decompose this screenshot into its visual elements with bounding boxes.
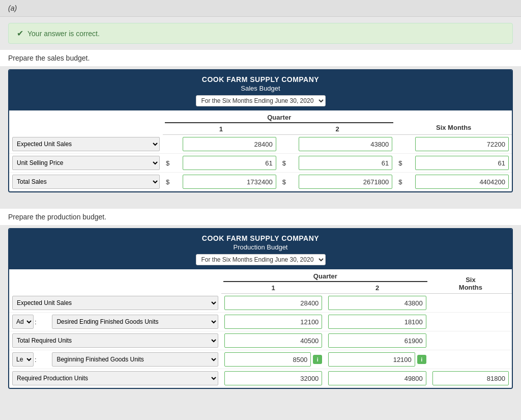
less-cell[interactable]: Less Add :: [9, 350, 49, 369]
table-row: Total Required Units: [9, 331, 512, 350]
sales-section-text: Prepare the sales budget.: [0, 50, 521, 66]
sales-header-row: Quarter Six Months: [9, 110, 512, 123]
section-a-label: (a): [0, 0, 521, 17]
section-divider: [0, 201, 521, 209]
prod-expected-q2-input[interactable]: [328, 296, 426, 310]
table-row: Total Sales $ $ $: [9, 173, 512, 191]
expected-unit-sales-q2-cell[interactable]: [296, 135, 395, 154]
expected-unit-sales-six-cell[interactable]: [412, 135, 512, 154]
total-sales-q1-input[interactable]: [183, 175, 276, 189]
add-less-select[interactable]: Add Less: [12, 315, 34, 329]
total-required-six-cell: [429, 331, 512, 350]
unit-selling-price-six-input[interactable]: [415, 156, 509, 170]
total-sales-q2-cell[interactable]: [296, 173, 395, 191]
required-production-q1-input[interactable]: [224, 371, 322, 385]
production-period-select-wrapper[interactable]: For the Six Months Ending June 30, 2020: [196, 254, 326, 265]
dollar-sign-5: $: [279, 173, 296, 191]
colon-label-2: :: [35, 356, 37, 363]
check-icon: ✔: [17, 29, 23, 38]
less-select[interactable]: Less Add: [12, 352, 34, 367]
required-production-q2-input[interactable]: [328, 371, 426, 385]
total-required-q1-cell[interactable]: [221, 331, 325, 350]
desired-ending-q1-cell[interactable]: [221, 313, 325, 331]
production-header-row: Quarter SixMonths: [9, 269, 512, 282]
add-less-cell[interactable]: Add Less :: [9, 313, 49, 331]
total-sales-q1-cell[interactable]: [180, 173, 279, 191]
required-production-label-cell[interactable]: Required Production Units: [9, 369, 221, 388]
dollar-sign-1: $: [163, 154, 180, 173]
sales-budget-header: COOK FARM SUPPLY COMPANY Sales Budget Fo…: [9, 70, 512, 110]
table-row: Expected Unit Sales: [9, 135, 512, 154]
beginning-finished-q1-input[interactable]: [224, 352, 311, 367]
desired-ending-six-cell: [429, 313, 512, 331]
prod-expected-q1-cell[interactable]: [221, 294, 325, 313]
unit-selling-price-q1-input[interactable]: [183, 156, 276, 170]
dollar-sign-3: $: [395, 154, 412, 173]
required-production-q2-cell[interactable]: [325, 369, 429, 388]
total-sales-six-cell[interactable]: [412, 173, 512, 191]
total-required-q1-input[interactable]: [224, 333, 322, 348]
info-button-q1[interactable]: i: [313, 355, 322, 364]
expected-unit-sales-label-cell[interactable]: Expected Unit Sales: [9, 135, 163, 154]
total-required-select[interactable]: Total Required Units: [12, 333, 218, 348]
q1-header: 1: [163, 123, 279, 135]
beginning-finished-q2-input[interactable]: [328, 352, 415, 367]
desired-ending-label-cell[interactable]: Desired Ending Finished Goods Units: [49, 313, 221, 331]
unit-selling-price-select[interactable]: Unit Selling Price: [12, 156, 160, 170]
total-sales-six-input[interactable]: [415, 175, 509, 189]
production-company-name: COOK FARM SUPPLY COMPANY: [13, 234, 508, 242]
beginning-finished-label-cell[interactable]: Beginning Finished Goods Units: [49, 350, 221, 369]
prod-expected-label-cell[interactable]: Expected Unit Sales: [9, 294, 221, 313]
table-row: Add Less : Desired Ending Finished Goods…: [9, 313, 512, 331]
production-budget-header: COOK FARM SUPPLY COMPANY Production Budg…: [9, 229, 512, 269]
section-label-text: (a): [8, 4, 17, 12]
quarter-header: Quarter: [165, 114, 393, 123]
beginning-finished-q2-cell[interactable]: i: [325, 350, 429, 369]
total-required-q2-cell[interactable]: [325, 331, 429, 350]
sales-period-select[interactable]: For the Six Months Ending June 30, 2020: [196, 95, 326, 106]
desired-ending-q1-input[interactable]: [224, 315, 322, 329]
required-production-six-input[interactable]: [432, 371, 509, 385]
production-period-select[interactable]: For the Six Months Ending June 30, 2020: [196, 254, 326, 265]
required-production-q1-cell[interactable]: [221, 369, 325, 388]
prod-expected-q2-cell[interactable]: [325, 294, 429, 313]
required-production-select[interactable]: Required Production Units: [12, 371, 218, 385]
expected-unit-sales-select[interactable]: Expected Unit Sales: [12, 137, 160, 151]
table-row: Less Add : Beginning Finished Goods Unit…: [9, 350, 512, 369]
beginning-finished-q1-cell[interactable]: i: [221, 350, 325, 369]
correct-message-text: Your answer is correct.: [27, 30, 100, 38]
expected-unit-sales-q1-cell[interactable]: [180, 135, 279, 154]
total-sales-q2-input[interactable]: [299, 175, 392, 189]
unit-selling-price-label-cell[interactable]: Unit Selling Price: [9, 154, 163, 173]
unit-selling-price-q2-input[interactable]: [299, 156, 392, 170]
sales-budget-table: Quarter Six Months 1 2 Expected Unit Sal…: [9, 110, 512, 191]
unit-selling-price-q2-cell[interactable]: [296, 154, 395, 173]
desired-ending-select[interactable]: Desired Ending Finished Goods Units: [52, 315, 218, 329]
sales-period-select-wrapper[interactable]: For the Six Months Ending June 30, 2020: [196, 95, 326, 106]
unit-selling-price-six-cell[interactable]: [412, 154, 512, 173]
expected-unit-sales-q1-input[interactable]: [183, 137, 276, 151]
prod-expected-unit-sales-select[interactable]: Expected Unit Sales: [12, 296, 218, 310]
info-button-q2[interactable]: i: [417, 355, 426, 364]
prod-expected-q1-input[interactable]: [224, 296, 322, 310]
production-budget-container: COOK FARM SUPPLY COMPANY Production Budg…: [8, 228, 513, 389]
prod-six-months-header: SixMonths: [429, 269, 512, 294]
production-budget-title: Production Budget: [13, 243, 508, 251]
required-production-six-cell[interactable]: [429, 369, 512, 388]
table-row: Expected Unit Sales: [9, 294, 512, 313]
total-required-q2-input[interactable]: [328, 333, 426, 348]
expected-unit-sales-q2-input[interactable]: [299, 137, 392, 151]
expected-unit-sales-six-input[interactable]: [415, 137, 509, 151]
desired-ending-q2-cell[interactable]: [325, 313, 429, 331]
desired-ending-q2-input[interactable]: [328, 315, 426, 329]
q2-header: 2: [279, 123, 396, 135]
prod-quarter-header: Quarter: [223, 272, 427, 282]
total-required-label-cell[interactable]: Total Required Units: [9, 331, 221, 350]
unit-selling-price-q1-cell[interactable]: [180, 154, 279, 173]
beginning-finished-select[interactable]: Beginning Finished Goods Units: [52, 352, 218, 367]
sales-company-name: COOK FARM SUPPLY COMPANY: [13, 75, 508, 83]
table-row: Required Production Units: [9, 369, 512, 388]
total-sales-label-cell[interactable]: Total Sales: [9, 173, 163, 191]
sales-budget-container: COOK FARM SUPPLY COMPANY Sales Budget Fo…: [8, 69, 513, 192]
total-sales-select[interactable]: Total Sales: [12, 175, 160, 189]
